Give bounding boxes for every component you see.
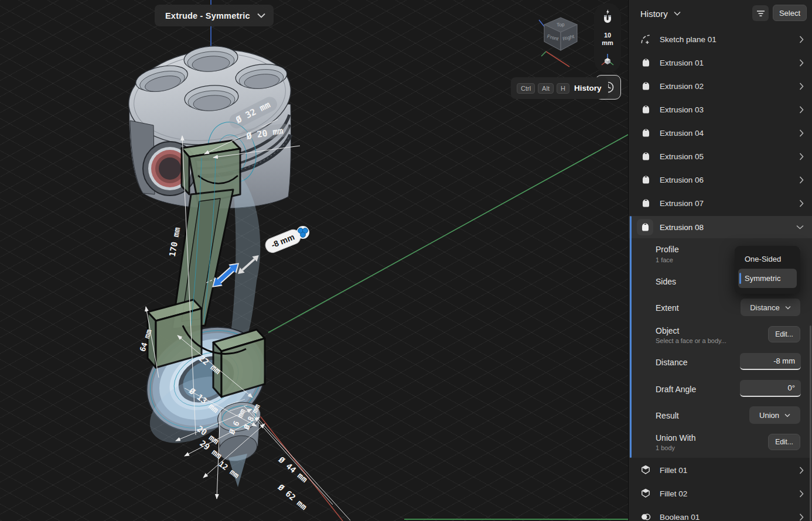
object-label: Object	[656, 326, 679, 335]
object-hint: Select a face or a body...	[656, 337, 726, 344]
profile-value: 1 face	[656, 256, 673, 263]
extent-dropdown[interactable]: Distance	[741, 299, 800, 316]
origin-axes-icon[interactable]	[600, 53, 615, 67]
chevron-right-icon	[799, 200, 804, 207]
history-item-extrusion-04[interactable]: Extrusion 04	[629, 121, 812, 145]
fillet-icon	[639, 464, 652, 477]
active-tool-dropdown[interactable]: Extrude - Symmetric	[155, 5, 274, 26]
chevron-down-icon	[785, 306, 791, 310]
chevron-up-icon	[796, 225, 804, 229]
extrusion-icon	[639, 197, 652, 210]
history-item-sketch-plane-01[interactable]: Sketch plane 01	[629, 28, 812, 51]
key-h: H	[557, 83, 569, 94]
chevron-right-icon	[799, 176, 804, 184]
history-item-fillet-01[interactable]: Fillet 01	[629, 458, 812, 482]
draft-angle-input[interactable]: 0°	[740, 380, 801, 397]
history-item-extrusion-08[interactable]: Extrusion 08	[629, 216, 812, 238]
key-ctrl: Ctrl	[517, 83, 535, 94]
history-item-extrusion-03[interactable]: Extrusion 03	[629, 98, 812, 121]
menu-option-one-sided[interactable]: One-Sided	[738, 249, 797, 269]
chevron-down-icon	[784, 413, 790, 417]
select-button[interactable]: Select	[773, 5, 807, 21]
sketch-plane-icon	[639, 33, 652, 46]
extrusion-icon	[637, 219, 653, 235]
union-with-edit-button[interactable]: Edit...	[768, 434, 800, 450]
sides-label: Sides	[656, 277, 676, 286]
distance-label: Distance	[656, 358, 687, 367]
filter-icon	[756, 10, 765, 17]
grid-size-value: 10	[602, 32, 613, 39]
history-item-label: Extrusion 05	[660, 152, 799, 161]
svg-text:170 mm: 170 mm	[168, 227, 182, 258]
union-with-value: 1 body	[656, 444, 675, 451]
sides-dropdown-menu: One-Sided Symmetric	[735, 246, 800, 294]
hint-label: History	[574, 84, 602, 92]
chevron-right-icon	[799, 106, 804, 114]
snap-magnet-icon[interactable]	[601, 9, 615, 25]
result-label: Result	[656, 411, 679, 420]
history-item-fillet-02[interactable]: Fillet 02	[629, 482, 812, 505]
chevron-right-icon	[799, 467, 804, 474]
grid-size-unit: mm	[602, 39, 613, 47]
profile-label: Profile	[656, 245, 679, 254]
active-item-accent-bar	[630, 216, 632, 458]
chevron-right-icon	[799, 153, 804, 160]
fillet-icon	[639, 487, 652, 500]
chevron-right-icon	[799, 83, 804, 90]
history-item-extrusion-06[interactable]: Extrusion 06	[629, 168, 812, 191]
extrusion-icon	[639, 56, 652, 69]
app-window: Ø 32 mm Ø 20 mm 170 mm 64 mm 22 mm Ø 13 …	[0, 0, 812, 521]
history-item-label: Extrusion 08	[660, 223, 796, 232]
menu-option-symmetric[interactable]: Symmetric	[738, 269, 797, 288]
panel-scrollbar[interactable]	[810, 325, 811, 521]
active-tool-label: Extrude - Symmetric	[165, 11, 250, 20]
panel-title-label: History	[640, 9, 668, 19]
chevron-right-icon	[799, 129, 804, 137]
history-item-extrusion-02[interactable]: Extrusion 02	[629, 74, 812, 98]
chevron-right-icon	[799, 59, 804, 67]
object-edit-button[interactable]: Edit...	[768, 326, 800, 342]
extrusion-icon	[639, 173, 652, 186]
history-item-label: Boolean 01	[660, 513, 799, 521]
extent-value: Distance	[750, 303, 780, 312]
history-item-label: Fillet 01	[660, 466, 799, 475]
boolean-icon	[639, 510, 652, 521]
history-item-label: Fillet 02	[660, 489, 799, 498]
chevron-down-icon	[257, 13, 265, 18]
history-panel-dropdown[interactable]: History	[640, 9, 681, 19]
history-item-label: Extrusion 04	[660, 129, 799, 138]
snap-toolbar: 10 mm	[594, 3, 621, 73]
panel-header: History Select	[629, 0, 812, 27]
extrusion-icon	[639, 103, 652, 116]
union-with-label: Union With	[656, 433, 695, 443]
extent-label: Extent	[656, 303, 679, 313]
nav-cube-face-top[interactable]: Top	[557, 22, 565, 28]
extrusion-icon	[639, 80, 652, 92]
history-item-extrusion-05[interactable]: Extrusion 05	[629, 145, 812, 168]
distance-input[interactable]: -8 mm	[740, 353, 801, 370]
svg-text:Ø 62 mm: Ø 62 mm	[276, 482, 309, 512]
history-item-label: Extrusion 06	[660, 176, 799, 184]
extrusion-icon	[639, 126, 652, 139]
result-dropdown[interactable]: Union	[749, 406, 800, 424]
result-value: Union	[759, 411, 779, 420]
history-item-extrusion-07[interactable]: Extrusion 07	[629, 191, 812, 215]
nav-cube[interactable]: Top Front Right	[532, 5, 591, 72]
key-alt: Alt	[538, 83, 554, 94]
history-item-label: Extrusion 03	[660, 105, 799, 114]
chevron-down-icon	[674, 11, 681, 16]
viewport-3d[interactable]: Ø 32 mm Ø 20 mm 170 mm 64 mm 22 mm Ø 13 …	[0, 0, 628, 521]
history-item-label: Extrusion 02	[660, 82, 799, 91]
history-item-boolean-01[interactable]: Boolean 01	[629, 505, 812, 521]
grid-size-setting[interactable]: 10 mm	[602, 32, 613, 46]
history-item-label: Sketch plane 01	[660, 35, 799, 44]
history-panel: History Select Sketch plane 01	[628, 0, 812, 521]
chevron-right-icon	[799, 513, 804, 521]
history-item-label: Extrusion 07	[660, 199, 799, 208]
history-item-label: Extrusion 01	[660, 59, 799, 67]
history-item-extrusion-01[interactable]: Extrusion 01	[629, 51, 812, 74]
filter-button[interactable]	[752, 5, 769, 21]
chevron-right-icon	[799, 36, 804, 43]
bodies-indicator-icon[interactable]	[296, 226, 309, 239]
history-shortcut-hint: Ctrl Alt H History	[511, 77, 608, 99]
